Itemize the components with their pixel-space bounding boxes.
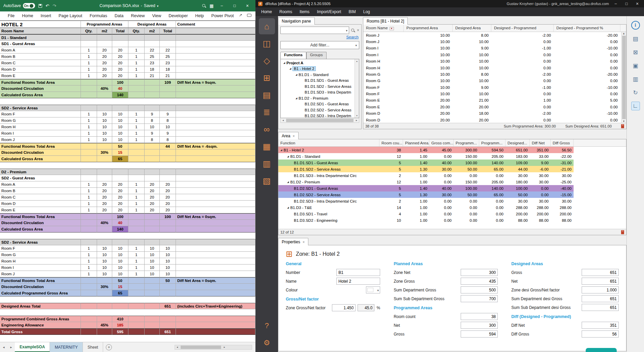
row-label-cell[interactable]: Discounted Circulation	[0, 220, 81, 226]
designed-qty-cell[interactable]: 1	[128, 258, 145, 265]
programmed-total-cell[interactable]: 15	[112, 284, 128, 290]
programmed-m2-cell[interactable]	[97, 156, 112, 162]
chevron-down-icon[interactable]	[346, 28, 347, 33]
designed-qty-cell[interactable]: 1	[128, 66, 145, 73]
programmed-qty-cell[interactable]	[81, 239, 97, 245]
sheet-row[interactable]: Room C 1 20 20 1 20 20	[0, 194, 255, 201]
column-header-programmed-1[interactable]: Programm...	[454, 139, 479, 146]
programmed-total-cell[interactable]: 20	[112, 194, 128, 201]
sheet-row[interactable]: Room C 1 20 20 1 23 23	[0, 60, 255, 66]
empty-header-cell[interactable]	[176, 28, 255, 34]
comment-cell[interactable]	[176, 207, 255, 213]
designed-qty-cell[interactable]	[128, 328, 145, 335]
area-row[interactable]: B1.D2 - Premium 12 1.00 0.00 150.00 205.…	[278, 179, 574, 185]
row-label-cell[interactable]: SD2 - Service Areas	[0, 239, 81, 245]
designed-m2-cell[interactable]	[145, 316, 160, 322]
designed-total-cell[interactable]: 21	[160, 73, 176, 79]
programmed-m2-cell[interactable]	[97, 226, 112, 233]
designed-qty-cell[interactable]	[128, 213, 145, 220]
sheet-row[interactable]: Calculated Gross Area 140	[0, 92, 255, 98]
sheet-row[interactable]: Calculated Gross Area 140	[0, 226, 255, 233]
designed-sum-sub-department-field[interactable]	[582, 304, 619, 311]
sheet-row[interactable]: Functional Rooms Total Area 100 100 Diff…	[0, 213, 255, 220]
programmed-m2-cell[interactable]: 20	[97, 66, 112, 73]
designed-m2-cell[interactable]: 9	[145, 130, 160, 137]
sheet-row[interactable]	[0, 162, 255, 169]
designed-m2-cell[interactable]	[145, 175, 160, 181]
comment-cell[interactable]	[176, 124, 255, 130]
designed-qty-cell[interactable]	[128, 79, 145, 85]
programmed-qty-cell[interactable]	[81, 296, 97, 303]
programmed-total-cell[interactable]: 50	[112, 277, 128, 284]
sheet-row[interactable]: Room E 1 20 20 1 20 20	[0, 207, 255, 213]
designed-qty-cell[interactable]: 1	[128, 201, 145, 207]
designed-qty-cell[interactable]	[128, 98, 145, 105]
column-header-room-name[interactable]: Room Name	[363, 25, 404, 32]
row-label-cell[interactable]: Room J	[0, 271, 81, 277]
row-label-cell[interactable]: Functional Rooms Total Area	[0, 143, 81, 149]
programmed-qty-cell[interactable]: 1	[81, 60, 97, 66]
designed-sum-department-field[interactable]	[582, 295, 619, 302]
designed-qty-cell[interactable]: 1	[128, 271, 145, 277]
scrollbar-thumb[interactable]	[286, 119, 354, 122]
comment-cell[interactable]	[176, 60, 255, 66]
designed-total-cell[interactable]: 20	[160, 188, 176, 194]
ribbon-tab[interactable]: File	[4, 13, 18, 18]
row-label-cell[interactable]: Calculated Gross Area	[0, 92, 81, 98]
sheet-row[interactable]: Room D 1 20 20 1 20 20	[0, 201, 255, 207]
row-label-cell[interactable]: Discounted Circulation	[0, 284, 81, 290]
area-row[interactable]: B1.D2.SD1 - Guest Areas 5 1.40 40.00 100…	[278, 185, 574, 191]
spreadsheet[interactable]: HOTEL 2 Programmed Areas Designed Areas …	[0, 21, 255, 342]
comment-cell[interactable]: Diff Net Area = -6sqm.	[176, 143, 255, 149]
designed-areas-header[interactable]: Designed Areas	[128, 21, 176, 28]
programmed-total-cell[interactable]: 20	[112, 201, 128, 207]
designed-m2-cell[interactable]: 22	[145, 47, 160, 54]
designed-qty-cell[interactable]: 1	[128, 54, 145, 60]
designed-total-cell[interactable]	[160, 34, 176, 41]
sum-department-gross-field[interactable]	[461, 286, 498, 293]
tab-area[interactable]: Area	[278, 132, 299, 139]
programmed-total-cell[interactable]: 100	[112, 79, 128, 85]
designed-factor-field[interactable]	[582, 286, 619, 293]
row-label-cell[interactable]: Room E	[0, 73, 81, 79]
comment-cell[interactable]	[176, 162, 255, 169]
column-header-diff-net[interactable]: Diff Net	[530, 139, 551, 146]
programmed-qty-cell[interactable]	[81, 316, 97, 322]
ribbon-tab[interactable]: Formulas	[86, 13, 111, 18]
designed-qty-cell[interactable]	[128, 303, 145, 309]
row-label-cell[interactable]: Room D	[0, 66, 81, 73]
sheet-row[interactable]	[0, 296, 255, 303]
comment-cell[interactable]	[176, 245, 255, 252]
programmed-m2-cell[interactable]	[97, 105, 112, 111]
designed-total-cell[interactable]: 20	[160, 181, 176, 188]
room-row[interactable]: Room F 10.00 9.00 -1.00 -10.00	[363, 84, 626, 91]
designed-total-cell[interactable]	[160, 162, 176, 169]
programmed-qty-cell[interactable]: 1	[81, 245, 97, 252]
programmed-total-cell[interactable]	[112, 296, 128, 303]
designed-m2-cell[interactable]: 10	[145, 124, 160, 130]
designed-m2-cell[interactable]	[145, 290, 160, 296]
row-label-cell[interactable]: Room B	[0, 188, 81, 194]
items-icon[interactable]: ◫	[259, 35, 275, 51]
designed-m2-cell[interactable]	[145, 162, 160, 169]
tab-groups[interactable]: Groups	[306, 52, 327, 59]
row-label-cell[interactable]: Functional Rooms Total Area	[0, 79, 81, 85]
programmed-m2-cell[interactable]: 20	[97, 207, 112, 213]
programmed-m2-cell[interactable]: 10	[97, 124, 112, 130]
designed-m2-cell[interactable]: 20	[145, 194, 160, 201]
designed-total-cell[interactable]	[160, 220, 176, 226]
area-row[interactable]: B1 - Hotel 2 38 1.45 45.00 300.00 594.50…	[278, 147, 574, 153]
designed-m2-cell[interactable]	[145, 296, 160, 303]
programmed-total-cell[interactable]: 10	[112, 124, 128, 130]
programmed-total-cell[interactable]: 10	[112, 271, 128, 277]
programmed-m2-cell[interactable]: 10	[97, 245, 112, 252]
designed-qty-cell[interactable]	[128, 322, 145, 328]
history-icon[interactable]: ↻	[631, 88, 640, 97]
row-label-cell[interactable]: Room I	[0, 265, 81, 271]
designed-qty-cell[interactable]	[128, 85, 145, 92]
rooms-icon[interactable]: ⌂	[259, 18, 275, 34]
programmed-qty-cell[interactable]: 1	[81, 73, 97, 79]
programmed-total-cell[interactable]: 140	[112, 226, 128, 233]
programmed-qty-cell[interactable]: 1	[81, 194, 97, 201]
tab-navigation-pane[interactable]: Navigation pane	[278, 17, 315, 25]
